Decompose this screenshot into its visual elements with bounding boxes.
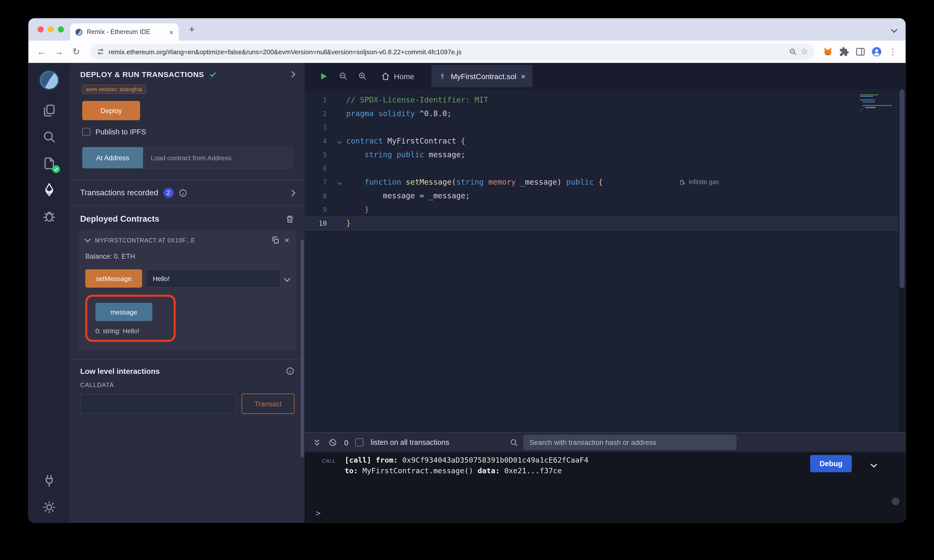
code-line[interactable]: 2pragma solidity ^0.8.0; <box>305 107 906 121</box>
code-editor[interactable]: 1// SPDX-License-Identifier: MIT2pragma … <box>305 89 906 432</box>
code-line[interactable]: 10} <box>305 217 906 230</box>
info-icon[interactable] <box>179 188 187 197</box>
set-message-expand-chevron-icon[interactable] <box>284 275 290 282</box>
remix-favicon-icon <box>75 28 83 36</box>
line-number[interactable]: 4 <box>305 134 333 148</box>
code-line[interactable]: 4contract MyFirstContract { <box>305 134 906 148</box>
listen-label: listen on all transactions <box>371 438 450 446</box>
line-number[interactable]: 7 <box>305 175 333 189</box>
terminal-prompt[interactable]: > <box>305 508 906 523</box>
copy-icon[interactable] <box>271 236 279 245</box>
set-message-row: setMessage <box>85 269 289 288</box>
collapse-terminal-icon[interactable] <box>313 438 321 447</box>
tab-close-icon[interactable]: × <box>169 28 174 36</box>
code-line[interactable]: 8 message = _message; <box>305 189 906 203</box>
fold-spacer <box>333 121 346 134</box>
reload-button[interactable]: ↻ <box>69 45 83 59</box>
clear-console-icon[interactable] <box>328 438 337 447</box>
code-line[interactable]: 9 } <box>305 203 906 217</box>
line-number[interactable]: 1 <box>305 93 333 107</box>
editor-scrollbar[interactable] <box>899 89 906 432</box>
fold-spacer <box>333 203 346 217</box>
profile-avatar[interactable] <box>870 45 883 58</box>
fold-chevron-icon[interactable] <box>333 134 346 148</box>
code-line[interactable]: 5 string public message; <box>305 148 906 162</box>
debugger-icon[interactable] <box>42 209 56 223</box>
set-message-button[interactable]: setMessage <box>85 269 142 288</box>
code-text: string public message; <box>346 148 465 162</box>
trash-icon[interactable] <box>285 214 294 223</box>
line-number[interactable]: 9 <box>305 203 333 217</box>
deploy-run-icon[interactable] <box>42 183 56 197</box>
debug-button[interactable]: Debug <box>810 455 852 472</box>
set-message-input[interactable] <box>146 269 281 288</box>
line-number[interactable]: 6 <box>305 162 333 175</box>
zoom-in-icon[interactable] <box>358 72 367 81</box>
line-number[interactable]: 5 <box>305 148 333 162</box>
close-tab-icon[interactable]: × <box>521 72 526 80</box>
line-number[interactable]: 10 <box>305 217 333 230</box>
log-expand-chevron-icon[interactable] <box>872 459 876 469</box>
side-panel-icon[interactable] <box>854 45 867 58</box>
bookmark-star-icon[interactable]: ☆ <box>801 48 808 56</box>
contract-expand-chevron-icon[interactable] <box>84 236 91 242</box>
new-tab-button[interactable]: + <box>185 22 199 37</box>
listen-checkbox[interactable] <box>356 438 364 446</box>
back-button[interactable]: ← <box>34 45 49 59</box>
transactions-expand-chevron-icon[interactable] <box>289 189 295 196</box>
run-script-icon[interactable] <box>319 71 328 81</box>
terminal-search-input[interactable] <box>523 435 737 450</box>
zoom-icon[interactable] <box>789 48 797 56</box>
info-icon[interactable] <box>286 367 294 375</box>
panel-collapse-chevron-icon[interactable] <box>289 71 295 77</box>
scrollbar-thumb[interactable] <box>900 89 905 288</box>
scroll-to-bottom-button[interactable] <box>892 498 900 505</box>
maximize-window-button[interactable] <box>58 26 64 32</box>
deploy-button[interactable]: Deploy <box>82 101 140 120</box>
browser-tab[interactable]: Remix - Ethereum IDE × <box>70 23 179 41</box>
fold-chevron-icon[interactable] <box>333 175 346 189</box>
calldata-input[interactable] <box>80 394 237 414</box>
transactions-count-badge: 2 <box>163 188 173 198</box>
fold-spacer <box>333 93 346 107</box>
tab-myfirstcontract[interactable]: MyFirstContract.sol × <box>432 65 532 87</box>
at-address-button[interactable]: At Address <box>82 147 143 168</box>
line-number[interactable]: 8 <box>305 189 333 203</box>
message-button[interactable]: message <box>96 303 152 321</box>
contract-close-icon[interactable]: × <box>285 236 289 244</box>
remix-logo-icon[interactable] <box>38 69 60 91</box>
file-explorer-icon[interactable] <box>42 103 56 118</box>
extensions-icon[interactable] <box>838 45 851 58</box>
tab-list-chevron-icon[interactable] <box>892 27 897 32</box>
fold-spacer <box>333 107 346 121</box>
zoom-out-icon[interactable] <box>339 72 348 81</box>
line-number[interactable]: 2 <box>305 107 333 121</box>
menu-dots-icon[interactable]: ⋮ <box>886 45 900 58</box>
settings-icon[interactable] <box>42 500 56 514</box>
publish-ipfs-checkbox[interactable] <box>82 128 90 136</box>
browser-toolbar: ← → ↻ remix.ethereum.org/#lang=en&optimi… <box>28 41 906 63</box>
plugin-manager-icon[interactable] <box>42 474 56 488</box>
address-bar[interactable]: remix.ethereum.org/#lang=en&optimize=fal… <box>90 44 814 60</box>
code-line[interactable]: 7 function setMessage(string memory _mes… <box>305 175 906 189</box>
code-text: pragma solidity ^0.8.0; <box>346 107 452 121</box>
panel-scrollbar-thumb[interactable] <box>301 239 304 457</box>
search-icon[interactable] <box>42 130 56 144</box>
transact-button[interactable]: Transact <box>242 394 294 414</box>
close-window-button[interactable] <box>37 26 44 32</box>
tab-home[interactable]: Home <box>381 72 414 80</box>
solidity-compiler-icon[interactable] <box>42 156 56 171</box>
code-line[interactable]: 1// SPDX-License-Identifier: MIT <box>305 93 906 107</box>
site-info-icon[interactable] <box>96 48 105 56</box>
terminal: 0 listen on all transactions CALL [call] <box>305 432 906 523</box>
code-line[interactable]: 3 <box>305 121 906 134</box>
code-line[interactable]: 6 <box>305 162 906 175</box>
active-tab-label: MyFirstContract.sol <box>451 72 516 80</box>
metamask-icon[interactable] <box>821 45 834 58</box>
minimap[interactable] <box>860 93 892 112</box>
compile-success-badge <box>52 165 60 173</box>
forward-button[interactable]: → <box>52 45 66 59</box>
at-address-input[interactable] <box>144 147 292 168</box>
line-number[interactable]: 3 <box>305 121 333 134</box>
minimize-window-button[interactable] <box>48 26 54 32</box>
